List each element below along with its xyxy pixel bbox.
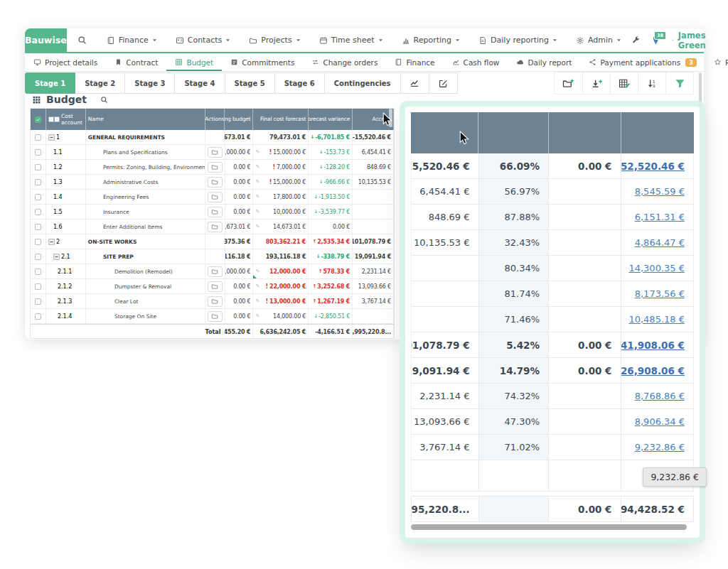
col-accrual[interactable]: Accrual (353, 109, 394, 130)
actual-cost-link[interactable]: 9,232.86 € (635, 442, 685, 453)
stage-tab[interactable]: Stage 6 (275, 72, 325, 94)
row-checkbox[interactable] (35, 149, 41, 156)
overlay-column-header[interactable] (411, 112, 478, 153)
budget-row[interactable]: 1.3 Administrative Costs 0.00 € ✎!15,000… (31, 175, 394, 190)
budget-row[interactable]: 1.5 Insurance 0.00 € ✎10,000.00 € ↓-3,53… (31, 205, 394, 220)
filter-button[interactable] (665, 72, 693, 94)
actual-cost-link[interactable]: 8,906.34 € (635, 416, 685, 427)
row-checkbox[interactable] (35, 298, 41, 305)
project-tab[interactable]: Daily report (508, 53, 580, 71)
row-checkbox[interactable] (35, 134, 41, 141)
expand-all-icon[interactable] (48, 116, 54, 122)
final-cost-cell[interactable]: ✎!7,000.00 € (253, 160, 309, 174)
nav-menu-item[interactable]: Finance (97, 28, 166, 52)
overlay-row[interactable]: 6,454.41 € 56.97% 8,545.59 € (411, 179, 694, 205)
row-checkbox[interactable] (35, 313, 41, 320)
overlay-column-header[interactable] (549, 112, 621, 153)
actual-cost-link[interactable]: 52,520.46 € (621, 161, 685, 172)
final-cost-cell[interactable]: ✎!15,000.00 € (253, 175, 309, 189)
overlay-column-header[interactable] (621, 112, 694, 153)
nav-menu-item[interactable]: Admin (567, 28, 631, 52)
overlay-row[interactable]: 2,231.14 € 74.32% 8,768.86 € (411, 384, 694, 409)
stage-tab[interactable]: Stage 1 (25, 72, 75, 94)
overlay-row[interactable]: 101,078.79 € 5.42% 0.00 € 41,908.06 € (411, 332, 694, 358)
actual-cost-link[interactable]: 10,485.18 € (628, 314, 685, 325)
final-cost-cell[interactable]: 193,116.18 € (253, 249, 309, 264)
project-tab[interactable]: Contract (106, 53, 166, 71)
actual-cost-link[interactable]: 6,151.31 € (635, 212, 685, 222)
stage-tab[interactable]: Stage 5 (225, 72, 275, 94)
collapse-all-icon[interactable] (54, 116, 60, 122)
actual-cost-link[interactable]: 8,545.59 € (635, 186, 685, 197)
row-checkbox[interactable] (35, 283, 41, 290)
open-folder-button[interactable] (208, 311, 223, 322)
row-checkbox[interactable] (35, 224, 41, 230)
stage-chart-button[interactable] (401, 72, 429, 94)
overlay-row[interactable]: 19,091.94 € 14.79% 0.00 € 26,908.06 € (411, 358, 694, 384)
final-cost-cell[interactable]: 803,362.21 € (253, 234, 309, 249)
open-folder-button[interactable] (208, 207, 223, 217)
project-tab[interactable]: Commitments (222, 53, 303, 71)
col-name[interactable]: Name (86, 109, 205, 130)
budget-row[interactable]: 2 ON-SITE WORKS 1,375.36 € 803,362.21 € … (31, 234, 394, 249)
budget-row[interactable]: 2.1.1 Demolition (Remodel) 1,000.00 € ✎1… (31, 264, 394, 279)
overlay-row[interactable]: -15,520.46 € 66.09% 0.00 € 52,520.46 € (411, 153, 694, 179)
nav-menu-item[interactable]: Projects (240, 28, 309, 52)
open-folder-button[interactable] (208, 281, 223, 292)
budget-row[interactable]: 1.4 Engineering Fees 0.00 € ✎17,800.00 €… (31, 190, 394, 205)
actual-cost-link[interactable]: 8,768.86 € (635, 391, 685, 401)
stage-edit-button[interactable] (429, 72, 458, 94)
project-tab[interactable]: Rate contractors (705, 53, 728, 71)
collapse-icon[interactable] (48, 134, 55, 141)
nav-menu-item[interactable]: Daily reporting (469, 28, 567, 52)
stage-tab[interactable]: Stage 2 (75, 72, 125, 94)
row-checkbox[interactable] (35, 164, 41, 170)
col-cost-forecast-variance[interactable]: Cost forecast variance (309, 109, 353, 130)
project-tab[interactable]: Project details (25, 53, 106, 71)
final-cost-cell[interactable]: ✎17,800.00 € (253, 190, 309, 204)
budget-row[interactable]: 2.1.2 Dumpster & Removal 0.00 € ✎!22,000… (31, 279, 394, 294)
open-folder-button[interactable] (208, 266, 223, 277)
budget-row[interactable]: 2.1 SITE PREP 3,116.18 € 193,116.18 € ↓-… (31, 249, 394, 264)
tools-button[interactable] (631, 36, 641, 45)
budget-row[interactable]: 1.2 Permits: Zoning, Building, Environme… (31, 160, 394, 175)
project-tab[interactable]: Finance (386, 53, 443, 71)
final-cost-cell[interactable]: 79,473.01 € (253, 130, 309, 144)
actual-cost-link[interactable]: 4,864.47 € (635, 237, 685, 248)
stage-tab[interactable]: Stage 4 (175, 72, 225, 94)
nav-menu-item[interactable]: Contacts (166, 28, 240, 52)
actual-cost-link[interactable]: 41,908.06 € (621, 340, 685, 351)
overlay-row[interactable]: 848.69 € 87.88% 6,151.31 € (411, 205, 694, 230)
select-all-checkbox[interactable] (35, 116, 41, 123)
collapse-icon[interactable] (48, 239, 55, 245)
final-cost-cell[interactable]: ✎10,000.00 € (253, 205, 309, 219)
final-cost-cell[interactable]: ✎!22,000.00 € (253, 279, 309, 293)
row-checkbox[interactable] (35, 239, 41, 245)
budget-row[interactable]: 2.1.3 Clear Lot 0.00 € ✎!13,000.00 € ↑1,… (31, 294, 394, 309)
stage-tab[interactable]: Stage 3 (125, 72, 175, 94)
nav-menu-item[interactable]: Time sheet (310, 28, 392, 52)
budget-row[interactable]: 1.6 Enter Additional Items 4,673.01 € ✎1… (31, 220, 394, 234)
table-edit-button[interactable] (610, 72, 638, 94)
budget-row[interactable]: 1 GENERAL REQUIREMENTS 5,673.01 € 79,473… (31, 130, 394, 145)
overlay-row[interactable]: 81.74% 8,173.56 € (411, 281, 694, 307)
row-checkbox[interactable] (35, 179, 41, 185)
table-scrollbar-thumb[interactable] (389, 109, 392, 127)
budget-row[interactable]: 1.1 Plans and Specifications 1,000.00 € … (31, 145, 394, 160)
project-tab[interactable]: Cash flow (444, 53, 508, 71)
final-cost-cell[interactable]: ✎!13,000.00 € (253, 294, 309, 308)
row-checkbox[interactable] (35, 254, 41, 260)
stage-tab[interactable]: Contingencies (325, 72, 401, 94)
open-folder-button[interactable] (208, 222, 223, 232)
import-button[interactable] (582, 72, 610, 94)
actual-cost-link[interactable]: 26,908.06 € (621, 365, 685, 376)
open-folder-button[interactable] (208, 177, 223, 188)
row-checkbox[interactable] (35, 269, 41, 275)
overlay-row[interactable]: 13,093.66 € 47.30% 8,906.34 € (411, 409, 694, 435)
overlay-row[interactable]: 71.46% 10,485.18 € (411, 307, 694, 332)
col-outstanding-budget[interactable]: utstanding budget (225, 109, 253, 130)
horizontal-scrollbar-thumb[interactable] (411, 524, 687, 530)
overlay-row[interactable]: 10,135.53 € 32.43% 4,864.47 € (411, 230, 694, 256)
open-folder-button[interactable] (208, 192, 223, 202)
open-folder-add-button[interactable] (555, 72, 582, 94)
